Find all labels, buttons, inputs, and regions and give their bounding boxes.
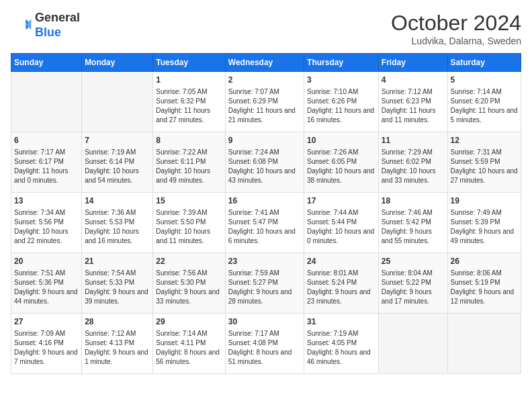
day-cell: 1Sunrise: 7:05 AMSunset: 6:32 PMDaylight…	[153, 72, 225, 132]
day-cell: 10Sunrise: 7:26 AMSunset: 6:05 PMDayligh…	[304, 132, 379, 193]
day-info: Sunrise: 7:59 AMSunset: 5:27 PMDaylight:…	[228, 269, 301, 306]
day-number: 28	[85, 316, 150, 328]
month-title: October 2024	[391, 11, 521, 36]
day-number: 7	[85, 135, 150, 146]
day-number: 8	[156, 135, 222, 146]
logo-icon	[11, 15, 32, 36]
day-cell: 5Sunrise: 7:14 AMSunset: 6:20 PMDaylight…	[447, 72, 521, 132]
day-info: Sunrise: 7:56 AMSunset: 5:30 PMDaylight:…	[156, 269, 222, 306]
day-info: Sunrise: 7:24 AMSunset: 6:08 PMDaylight:…	[228, 148, 301, 185]
day-cell: 28Sunrise: 7:12 AMSunset: 4:13 PMDayligh…	[82, 314, 153, 374]
day-cell	[378, 314, 447, 374]
day-info: Sunrise: 7:22 AMSunset: 6:11 PMDaylight:…	[156, 148, 222, 185]
day-info: Sunrise: 7:05 AMSunset: 6:32 PMDaylight:…	[156, 87, 222, 125]
col-header-wednesday: Wednesday	[225, 54, 304, 72]
day-info: Sunrise: 7:49 AMSunset: 5:39 PMDaylight:…	[451, 208, 518, 246]
day-cell: 24Sunrise: 8:01 AMSunset: 5:24 PMDayligh…	[304, 253, 379, 314]
title-block: October 2024 Ludvika, Dalarna, Sweden	[391, 11, 521, 46]
day-number: 17	[307, 195, 375, 207]
day-cell: 30Sunrise: 7:17 AMSunset: 4:08 PMDayligh…	[225, 314, 304, 374]
day-number: 9	[228, 135, 301, 146]
week-row-1: 1Sunrise: 7:05 AMSunset: 6:32 PMDaylight…	[11, 72, 521, 132]
day-cell: 16Sunrise: 7:41 AMSunset: 5:47 PMDayligh…	[225, 193, 304, 253]
day-cell: 2Sunrise: 7:07 AMSunset: 6:29 PMDaylight…	[225, 72, 304, 132]
location-subtitle: Ludvika, Dalarna, Sweden	[391, 36, 521, 46]
day-cell: 26Sunrise: 8:06 AMSunset: 5:19 PMDayligh…	[447, 253, 521, 314]
day-number: 11	[382, 135, 445, 146]
day-info: Sunrise: 8:01 AMSunset: 5:24 PMDaylight:…	[307, 269, 375, 306]
day-number: 29	[156, 316, 222, 328]
day-cell: 20Sunrise: 7:51 AMSunset: 5:36 PMDayligh…	[11, 253, 82, 314]
day-cell: 29Sunrise: 7:14 AMSunset: 4:11 PMDayligh…	[153, 314, 225, 374]
day-cell: 12Sunrise: 7:31 AMSunset: 5:59 PMDayligh…	[447, 132, 521, 193]
day-number: 13	[14, 195, 79, 207]
day-info: Sunrise: 7:07 AMSunset: 6:29 PMDaylight:…	[228, 87, 301, 125]
day-info: Sunrise: 7:17 AMSunset: 6:17 PMDaylight:…	[14, 148, 79, 185]
day-info: Sunrise: 7:17 AMSunset: 4:08 PMDaylight:…	[228, 329, 301, 367]
day-cell: 15Sunrise: 7:39 AMSunset: 5:50 PMDayligh…	[153, 193, 225, 253]
day-number: 2	[228, 75, 301, 86]
day-number: 14	[85, 195, 150, 207]
day-info: Sunrise: 7:31 AMSunset: 5:59 PMDaylight:…	[451, 148, 518, 185]
day-info: Sunrise: 7:14 AMSunset: 4:11 PMDaylight:…	[156, 329, 222, 367]
day-info: Sunrise: 7:41 AMSunset: 5:47 PMDaylight:…	[228, 208, 301, 246]
day-number: 26	[451, 256, 518, 267]
calendar-table: SundayMondayTuesdayWednesdayThursdayFrid…	[11, 53, 521, 374]
day-cell: 14Sunrise: 7:36 AMSunset: 5:53 PMDayligh…	[82, 193, 153, 253]
day-info: Sunrise: 8:04 AMSunset: 5:22 PMDaylight:…	[382, 269, 445, 306]
day-number: 1	[156, 75, 222, 86]
col-header-tuesday: Tuesday	[153, 54, 225, 72]
day-info: Sunrise: 7:54 AMSunset: 5:33 PMDaylight:…	[85, 269, 150, 306]
day-number: 30	[228, 316, 301, 328]
day-cell: 19Sunrise: 7:49 AMSunset: 5:39 PMDayligh…	[447, 193, 521, 253]
day-number: 4	[382, 75, 445, 86]
day-cell: 11Sunrise: 7:29 AMSunset: 6:02 PMDayligh…	[378, 132, 447, 193]
day-info: Sunrise: 7:29 AMSunset: 6:02 PMDaylight:…	[382, 148, 445, 185]
day-cell: 4Sunrise: 7:12 AMSunset: 6:23 PMDaylight…	[378, 72, 447, 132]
day-number: 21	[85, 256, 150, 267]
day-number: 18	[382, 195, 445, 207]
day-cell: 27Sunrise: 7:09 AMSunset: 4:16 PMDayligh…	[11, 314, 82, 374]
day-number: 19	[451, 195, 518, 207]
day-info: Sunrise: 7:19 AMSunset: 6:14 PMDaylight:…	[85, 148, 150, 185]
day-cell: 9Sunrise: 7:24 AMSunset: 6:08 PMDaylight…	[225, 132, 304, 193]
day-cell: 3Sunrise: 7:10 AMSunset: 6:26 PMDaylight…	[304, 72, 379, 132]
day-number: 12	[451, 135, 518, 146]
week-row-4: 20Sunrise: 7:51 AMSunset: 5:36 PMDayligh…	[11, 253, 521, 314]
day-info: Sunrise: 7:39 AMSunset: 5:50 PMDaylight:…	[156, 208, 222, 246]
day-info: Sunrise: 7:10 AMSunset: 6:26 PMDaylight:…	[307, 87, 375, 125]
day-cell: 7Sunrise: 7:19 AMSunset: 6:14 PMDaylight…	[82, 132, 153, 193]
day-info: Sunrise: 7:09 AMSunset: 4:16 PMDaylight:…	[14, 329, 79, 367]
day-cell	[82, 72, 153, 132]
day-number: 15	[156, 195, 222, 207]
day-number: 3	[307, 75, 375, 86]
day-number: 31	[307, 316, 375, 328]
day-info: Sunrise: 7:44 AMSunset: 5:44 PMDaylight:…	[307, 208, 375, 246]
day-cell: 23Sunrise: 7:59 AMSunset: 5:27 PMDayligh…	[225, 253, 304, 314]
day-info: Sunrise: 7:26 AMSunset: 6:05 PMDaylight:…	[307, 148, 375, 185]
col-header-saturday: Saturday	[447, 54, 521, 72]
col-header-thursday: Thursday	[304, 54, 379, 72]
day-info: Sunrise: 7:19 AMSunset: 4:05 PMDaylight:…	[307, 329, 375, 367]
day-cell: 13Sunrise: 7:34 AMSunset: 5:56 PMDayligh…	[11, 193, 82, 253]
page-header: General Blue October 2024 Ludvika, Dalar…	[11, 11, 521, 46]
day-number: 24	[307, 256, 375, 267]
day-info: Sunrise: 7:12 AMSunset: 4:13 PMDaylight:…	[85, 329, 150, 367]
day-number: 16	[228, 195, 301, 207]
week-row-5: 27Sunrise: 7:09 AMSunset: 4:16 PMDayligh…	[11, 314, 521, 374]
day-cell: 6Sunrise: 7:17 AMSunset: 6:17 PMDaylight…	[11, 132, 82, 193]
day-number: 23	[228, 256, 301, 267]
day-cell: 25Sunrise: 8:04 AMSunset: 5:22 PMDayligh…	[378, 253, 447, 314]
day-cell	[447, 314, 521, 374]
col-header-monday: Monday	[82, 54, 153, 72]
week-row-2: 6Sunrise: 7:17 AMSunset: 6:17 PMDaylight…	[11, 132, 521, 193]
day-cell: 17Sunrise: 7:44 AMSunset: 5:44 PMDayligh…	[304, 193, 379, 253]
logo-blue-text: Blue	[35, 26, 61, 39]
day-info: Sunrise: 8:06 AMSunset: 5:19 PMDaylight:…	[451, 269, 518, 306]
col-header-sunday: Sunday	[11, 54, 82, 72]
day-number: 22	[156, 256, 222, 267]
day-cell	[11, 72, 82, 132]
day-cell: 8Sunrise: 7:22 AMSunset: 6:11 PMDaylight…	[153, 132, 225, 193]
day-info: Sunrise: 7:34 AMSunset: 5:56 PMDaylight:…	[14, 208, 79, 246]
col-header-friday: Friday	[378, 54, 447, 72]
